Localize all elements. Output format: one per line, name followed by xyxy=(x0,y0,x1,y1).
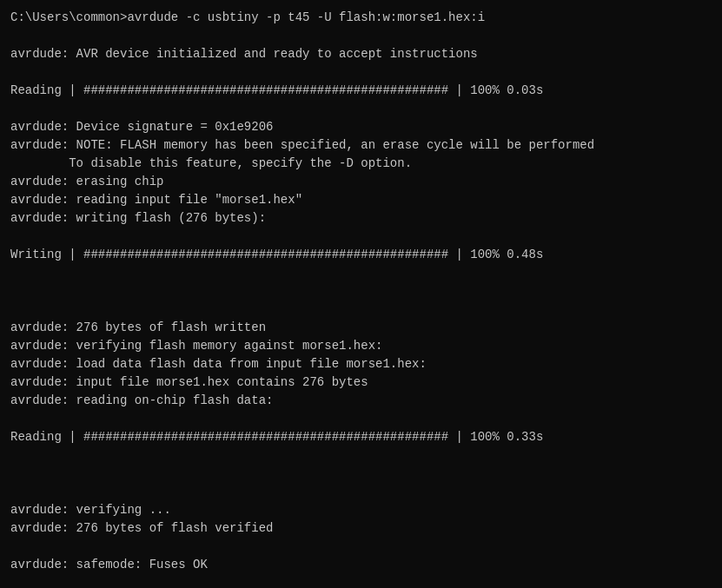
safemode-line: avrdude: safemode: Fuses OK xyxy=(10,556,712,574)
blank-line xyxy=(10,228,712,246)
blank-line xyxy=(10,574,712,588)
note-line: avrdude: NOTE: FLASH memory has been spe… xyxy=(10,136,712,155)
command-line: C:\Users\common>avrdude -c usbtiny -p t4… xyxy=(10,9,712,27)
writing-flash-line: avrdude: writing flash (276 bytes): xyxy=(10,209,712,228)
readinput-line: avrdude: reading input file "morse1.hex" xyxy=(10,191,712,209)
verified-line: avrdude: 276 bytes of flash verified xyxy=(10,519,712,538)
input-contains-line: avrdude: input file morse1.hex contains … xyxy=(10,373,712,392)
blank-line xyxy=(10,100,712,118)
erase-line: avrdude: erasing chip xyxy=(10,173,712,191)
init-line: avrdude: AVR device initialized and read… xyxy=(10,45,712,63)
blank-line xyxy=(10,410,712,428)
load-line: avrdude: load data flash data from input… xyxy=(10,355,712,373)
note2-line: To disable this feature, specify the -D … xyxy=(10,155,712,173)
blank-line xyxy=(10,465,712,483)
blank-line xyxy=(10,282,712,301)
blank-line xyxy=(10,446,712,465)
reading1-line: Reading | ##############################… xyxy=(10,82,712,100)
blank-line xyxy=(10,483,712,501)
blank-line xyxy=(10,301,712,319)
writing1-line: Writing | ##############################… xyxy=(10,246,712,264)
sig-line: avrdude: Device signature = 0x1e9206 xyxy=(10,118,712,136)
reading2-line: Reading | ##############################… xyxy=(10,428,712,446)
blank-line xyxy=(10,264,712,282)
blank-line xyxy=(10,538,712,556)
terminal: C:\Users\common>avrdude -c usbtiny -p t4… xyxy=(0,0,722,588)
blank-line xyxy=(10,63,712,82)
reading-onchip-line: avrdude: reading on-chip flash data: xyxy=(10,392,712,410)
blank-line xyxy=(10,27,712,45)
written-line: avrdude: 276 bytes of flash written xyxy=(10,319,712,337)
verifying2-line: avrdude: verifying ... xyxy=(10,501,712,519)
verifying-line: avrdude: verifying flash memory against … xyxy=(10,337,712,355)
